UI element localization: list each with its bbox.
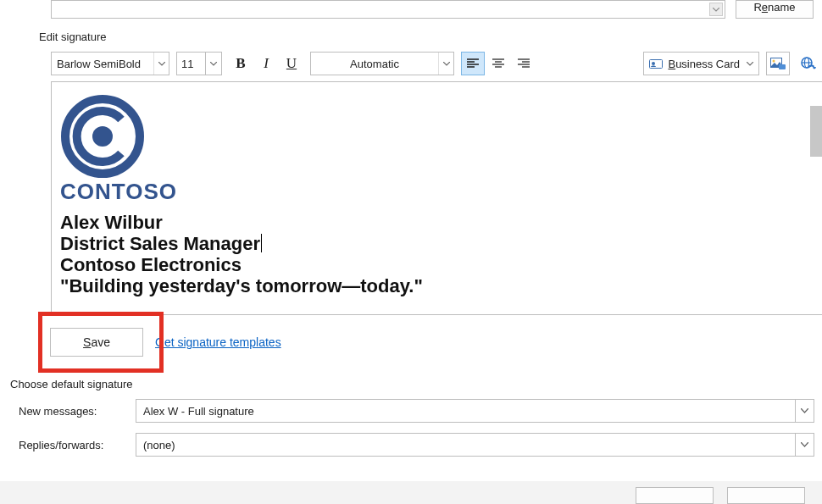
svg-point-13 [652,62,655,65]
replies-forwards-label: Replies/forwards: [19,439,136,451]
bold-button[interactable]: B [229,52,253,75]
align-right-button[interactable] [512,52,536,75]
rename-label-pre: R [753,1,761,14]
chevron-down-icon[interactable] [795,434,814,456]
font-color-select[interactable]: Automatic [310,52,454,75]
business-card-icon [649,58,663,69]
logo-text: CONTOSO [60,179,162,205]
insert-link-button[interactable] [797,52,820,75]
font-size-input[interactable]: 11 [176,52,205,75]
company-logo: CONTOSO [60,94,162,205]
align-center-button[interactable] [486,52,510,75]
svg-point-15 [773,60,775,63]
chevron-down-icon[interactable] [747,62,753,66]
font-color-value: Automatic [311,58,438,70]
save-button[interactable]: Save [50,328,143,357]
get-templates-link[interactable]: Get signature templates [155,335,281,349]
save-label-rest: ave [91,335,110,349]
underline-button[interactable]: U [280,52,303,75]
text-cursor-icon [261,234,262,252]
business-card-button[interactable]: Business Card [643,52,759,75]
choose-default-label: Choose default signature [10,378,133,390]
signature-title: District Sales Manager [60,233,260,254]
signature-list-box[interactable] [51,0,725,19]
rename-label-post: name [768,1,796,14]
edit-signature-label: Edit signature [39,30,107,43]
chevron-down-icon[interactable] [795,400,814,422]
replies-forwards-value: (none) [136,439,795,451]
svg-rect-16 [779,64,786,69]
new-messages-value: Alex W - Full signature [136,405,795,418]
signature-tagline: "Building yesterday's tomorrow—today." [60,275,814,296]
signature-name: Alex Wilbur [60,212,814,233]
dialog-footer [0,481,822,504]
font-size-dropdown[interactable] [205,52,222,75]
svg-point-21 [92,126,113,147]
footer-button-1[interactable] [636,487,714,504]
italic-button[interactable]: I [254,52,278,75]
save-label-u: S [83,335,91,349]
insert-picture-button[interactable] [766,52,790,75]
footer-button-2[interactable] [727,487,805,504]
signature-company: Contoso Electronics [60,254,814,275]
font-size-value: 11 [181,58,193,70]
signature-editor[interactable]: CONTOSO Alex Wilbur District Sales Manag… [51,81,822,315]
align-left-button[interactable] [461,52,485,75]
bcard-label-u: B [668,58,675,70]
chevron-down-icon[interactable] [153,53,169,75]
font-select[interactable]: Barlow SemiBold [51,52,169,75]
new-messages-select[interactable]: Alex W - Full signature [136,399,814,423]
rename-button[interactable]: Rename [736,0,814,19]
font-select-value: Barlow SemiBold [52,58,153,70]
chevron-down-icon[interactable] [709,3,723,16]
chevron-down-icon[interactable] [438,53,453,75]
replies-forwards-select[interactable]: (none) [136,433,814,457]
scrollbar-thumb[interactable] [810,106,822,157]
signature-toolbar: Barlow SemiBold 11 B I U Automatic [51,51,822,76]
bcard-label-rest: usiness Card [675,58,740,70]
rename-label-u: e [762,1,768,14]
new-messages-label: New messages: [19,405,136,418]
